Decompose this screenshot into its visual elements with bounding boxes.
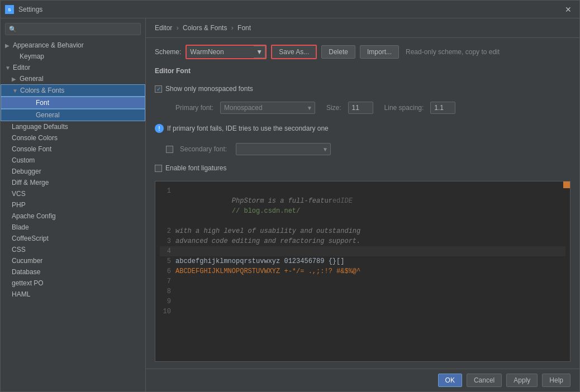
sidebar-item-label: CSS: [12, 246, 26, 254]
line-number: 4: [160, 246, 171, 256]
sidebar-item-label: Console Colors: [12, 134, 58, 142]
sidebar-item-label: Language Defaults: [12, 123, 68, 131]
line-spacing-input[interactable]: 1.1: [430, 102, 455, 114]
settings-window: S Settings ✕ 🔍 ▶ Appearance & Behavior K…: [0, 0, 580, 392]
sidebar-item-label: HAML: [12, 290, 30, 298]
line-number: 7: [160, 276, 171, 286]
breadcrumb: Editor › Colors & Fonts › Font: [146, 18, 579, 38]
code-text: PhpStorm is a full-featuredIDE // blog.c…: [175, 186, 565, 226]
sidebar-item-label: Custom: [12, 156, 35, 164]
primary-font-select[interactable]: Monospaced: [221, 102, 305, 113]
sidebar-item-label: Editor: [13, 64, 30, 71]
code-line: 6 ABCDEFGHIJKLMNOPQRSTUVWXYZ +-*/= .,;:!…: [160, 266, 565, 276]
info-text: If primary font fails, IDE tries to use …: [167, 125, 329, 132]
titlebar: S Settings ✕: [1, 1, 579, 18]
line-number: 3: [160, 236, 171, 246]
sidebar-item-label: Blade: [12, 223, 29, 231]
apply-button[interactable]: Apply: [506, 374, 538, 387]
enable-ligatures-checkbox[interactable]: [155, 165, 162, 172]
sidebar-item-appearance-behavior[interactable]: ▶ Appearance & Behavior: [1, 40, 145, 51]
svg-text:S: S: [8, 7, 11, 12]
scheme-dropdown-arrow-icon[interactable]: ▼: [254, 46, 265, 58]
save-as-button-wrapper: Save As...: [271, 45, 317, 59]
line-number: 1: [160, 186, 171, 226]
enable-ligatures-label: Enable font ligatures: [165, 164, 226, 172]
arrow-icon: ▶: [5, 42, 11, 49]
sidebar-item-css[interactable]: CSS: [1, 244, 145, 255]
sidebar-item-label: Cucumber: [12, 257, 42, 265]
sidebar-item-console-font[interactable]: Console Font: [1, 144, 145, 155]
sidebar-item-keymap[interactable]: Keymap: [1, 51, 145, 62]
sidebar-item-label: VCS: [12, 190, 26, 198]
sidebar-item-label: General: [36, 111, 60, 119]
sidebar-item-diff-merge[interactable]: Diff & Merge: [1, 177, 145, 188]
scheme-select-wrapper: WarmNeon ▼: [186, 45, 267, 59]
sidebar-item-label: Colors & Fonts: [20, 87, 64, 94]
code-text: with a high level of usability and outst…: [175, 226, 565, 236]
scheme-select[interactable]: WarmNeon: [187, 46, 254, 58]
code-line: 8: [160, 286, 565, 297]
code-text: advanced code editing and refactoring su…: [175, 236, 565, 246]
line-number: 8: [160, 286, 171, 297]
primary-font-label: Primary font:: [166, 104, 213, 112]
sidebar-item-gettext-po[interactable]: gettext PO: [1, 278, 145, 289]
readonly-scheme-text: Read-only scheme, copy to edit: [406, 48, 500, 56]
sidebar-item-label: Console Font: [12, 145, 51, 153]
code-line: 2 with a high level of usability and out…: [160, 226, 565, 236]
sidebar-item-console-colors[interactable]: Console Colors: [1, 132, 145, 144]
search-input[interactable]: [19, 25, 137, 33]
sidebar-item-debugger[interactable]: Debugger: [1, 166, 145, 177]
help-button[interactable]: Help: [542, 374, 571, 387]
save-as-button[interactable]: Save As...: [272, 46, 316, 58]
sidebar-item-database[interactable]: Database: [1, 266, 145, 278]
app-icon: S: [5, 5, 14, 14]
window-title: Settings: [18, 6, 562, 13]
sidebar-item-haml[interactable]: HAML: [1, 289, 145, 300]
sidebar-item-label: General: [20, 75, 44, 83]
breadcrumb-part-colors-fonts: Colors & Fonts: [183, 24, 227, 32]
size-input[interactable]: 11: [348, 102, 373, 114]
sidebar-item-php[interactable]: PHP: [1, 199, 145, 211]
sidebar-item-custom[interactable]: Custom: [1, 155, 145, 166]
arrow-icon: ▼: [5, 65, 11, 71]
breadcrumb-part-font: Font: [237, 24, 251, 32]
enable-ligatures-row: Enable font ligatures: [155, 163, 571, 173]
secondary-font-dropdown-icon[interactable]: ▼: [320, 145, 330, 154]
sidebar-item-cucumber[interactable]: Cucumber: [1, 255, 145, 266]
search-box[interactable]: 🔍: [5, 23, 141, 35]
code-line: 7: [160, 276, 565, 286]
bottom-bar: OK Cancel Apply Help: [146, 369, 579, 391]
code-preview: 1 PhpStorm is a full-featuredIDE // blog…: [155, 181, 571, 362]
sidebar-item-font[interactable]: Font: [1, 97, 145, 109]
size-label: Size:: [326, 104, 341, 112]
sidebar-item-vcs[interactable]: VCS: [1, 188, 145, 199]
cancel-button[interactable]: Cancel: [467, 374, 502, 387]
sidebar-item-blade[interactable]: Blade: [1, 222, 145, 233]
sidebar-item-label: CoffeeScript: [12, 235, 49, 242]
sidebar-item-label: Debugger: [12, 168, 41, 175]
scheme-row: Scheme: WarmNeon ▼ Save As... Delete Imp…: [155, 45, 571, 59]
import-button[interactable]: Import...: [360, 45, 399, 59]
sidebar-item-label: Diff & Merge: [12, 179, 49, 187]
code-line-current: 4: [160, 246, 565, 256]
sidebar-item-colors-fonts[interactable]: ▼ Colors & Fonts: [1, 84, 145, 97]
sidebar-item-editor[interactable]: ▼ Editor: [1, 62, 145, 73]
close-button[interactable]: ✕: [562, 3, 575, 16]
code-text: [175, 297, 565, 307]
secondary-font-select[interactable]: [236, 144, 320, 155]
info-row: ! If primary font fails, IDE tries to us…: [155, 122, 571, 135]
sidebar-item-general2[interactable]: General: [1, 109, 145, 121]
line-spacing-label: Line spacing:: [384, 104, 424, 112]
sidebar-item-language-defaults[interactable]: Language Defaults: [1, 121, 145, 132]
ok-button[interactable]: OK: [438, 374, 462, 387]
sidebar-item-coffeescript[interactable]: CoffeeScript: [1, 233, 145, 244]
breadcrumb-sep: ›: [231, 24, 234, 32]
sidebar-item-apache-config[interactable]: Apache Config: [1, 211, 145, 222]
show-monospaced-checkbox[interactable]: [155, 85, 162, 93]
code-text: [175, 307, 565, 317]
sidebar-item-general[interactable]: ▶ General: [1, 73, 145, 84]
sidebar-item-label: Database: [12, 268, 40, 276]
primary-font-dropdown-icon[interactable]: ▼: [305, 103, 315, 113]
delete-button[interactable]: Delete: [321, 45, 355, 59]
secondary-font-checkbox[interactable]: [166, 146, 173, 153]
